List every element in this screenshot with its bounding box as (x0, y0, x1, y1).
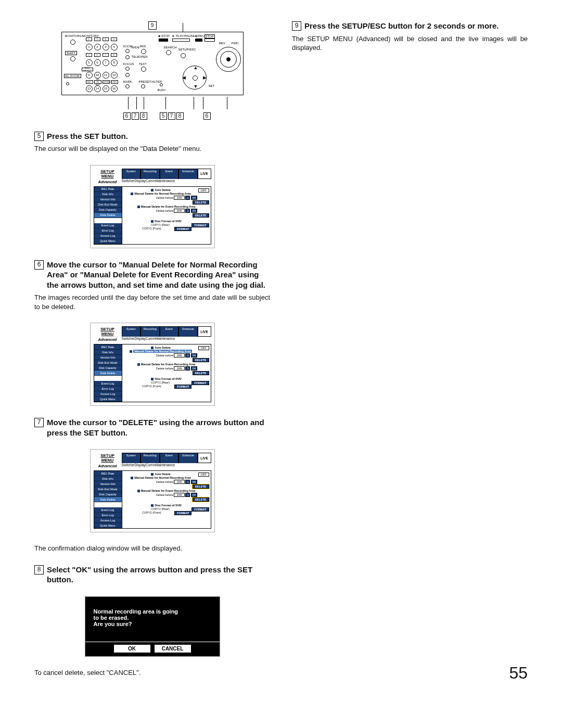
step-6: 6 Move the cursor to "Manual Delete for … (34, 260, 270, 312)
lbl: FOCUS (123, 62, 134, 66)
lbl: OPEN (139, 55, 148, 58)
callout: 8 (140, 112, 147, 120)
lbl: EL-ZOOM (64, 74, 81, 78)
lbl: PRESET/ALTER (139, 80, 162, 83)
callout: 8 (176, 112, 184, 120)
step-title: Move the cursor to "Manual Delete for No… (47, 260, 270, 290)
step-body: The cursor will be displayed on the "Dat… (34, 144, 270, 154)
lbl: LISTED (103, 80, 110, 84)
key: 13 (86, 85, 93, 92)
key: 5 (86, 59, 93, 66)
step-5: 5 Press the SET button. The cursor will … (34, 131, 270, 154)
step-body: The images recorded until the day before… (34, 293, 270, 311)
callout: 7 (132, 112, 139, 120)
lbl: TEXT (139, 62, 147, 66)
step-title: Move the cursor to "DELETE" using the ar… (47, 417, 270, 438)
step-7: 7 Move the cursor to "DELETE" using the … (34, 417, 270, 438)
lbl: MARK (123, 80, 132, 83)
lbl: SETUP/ESC (178, 48, 196, 51)
step-number: 7 (34, 418, 44, 427)
step-title: Press the SET button. (47, 131, 270, 142)
step-number: 8 (34, 565, 44, 574)
key: 8 (111, 59, 118, 66)
key: 3 (103, 44, 109, 50)
callout: 6 (203, 112, 211, 120)
step-8: 8 Select "OK" using the arrows button an… (34, 565, 270, 585)
step-9: 9 Press the SETUP/ESC button for 2 secon… (292, 21, 528, 53)
callout: 6 (123, 112, 131, 120)
lbl: WIDE (132, 46, 140, 49)
lbl: STOP (205, 34, 215, 39)
step-number: 5 (34, 132, 44, 141)
lbl: MONITOR1/MONITOR2 (65, 34, 83, 37)
key: 9 (86, 72, 93, 79)
control-panel-figure: 9 ■ STOP ► PLAY/PAUSE || ● REC STOP MONI… (34, 21, 270, 120)
callout: 7 (168, 112, 175, 120)
lbl: DISK SELECT (82, 68, 93, 71)
dialog-line: Are you sure? (94, 621, 211, 627)
lbl: NET (86, 80, 93, 84)
confirm-dialog: Normal recording area is going to be era… (34, 596, 270, 657)
screenshot-step6: SETUP MENUSystemRecordingEventScheduleLI… (34, 323, 270, 406)
lbl: TELE (132, 55, 139, 58)
lbl: SEARCH (164, 46, 177, 49)
lbl: REV (219, 42, 225, 45)
key: 1 (86, 44, 93, 50)
step-body: The confirmation dialog window will be d… (34, 544, 270, 553)
dialog-line: Normal recording area is going (94, 608, 211, 615)
step-title: Press the SETUP/ESC button for 2 seconds… (304, 21, 528, 31)
screenshot-step7: SETUP MENUSystemRecordingEventScheduleLI… (34, 449, 270, 532)
callout: 5 (160, 112, 167, 120)
step-title: Select "OK" using the arrows button and … (47, 565, 270, 585)
screenshot-step5: SETUP MENUSystemRecordingEventScheduleLI… (34, 165, 270, 248)
key: 2 (94, 44, 101, 50)
lbl: PLAY/PAUSE (176, 34, 195, 37)
key: 11 (103, 72, 109, 79)
key: 6 (94, 59, 101, 66)
key: 12 (111, 72, 118, 79)
page-number: 55 (509, 663, 528, 683)
lbl: IRIS (140, 45, 146, 48)
step-body: The SETUP MENU (Advanced) will be closed… (292, 34, 528, 53)
key: 14 (94, 85, 101, 92)
lbl: STOP (161, 34, 170, 37)
step-body: To cancel delete, select "CANCEL". (34, 668, 270, 678)
step-number: 6 (34, 260, 44, 270)
front-panel-diagram: ■ STOP ► PLAY/PAUSE || ● REC STOP MONITO… (61, 32, 244, 95)
step-number: 9 (292, 21, 301, 31)
ok-button[interactable]: OK (113, 644, 151, 653)
key: 7 (103, 59, 109, 66)
lbl: REC (198, 34, 205, 37)
key: 15 (103, 85, 109, 92)
lbl: SET (209, 84, 215, 87)
dialog-line: to be erased. (94, 615, 211, 621)
key: 4 (111, 44, 118, 50)
callout-num: 9 (148, 21, 157, 30)
lbl: SHIFT (65, 51, 77, 55)
lbl: GO TO LAST (94, 80, 101, 84)
cancel-button[interactable]: CANCEL (154, 644, 191, 653)
lbl: BUSY (158, 88, 166, 92)
key: 16 (111, 85, 118, 92)
lbl: FWD (232, 42, 239, 45)
